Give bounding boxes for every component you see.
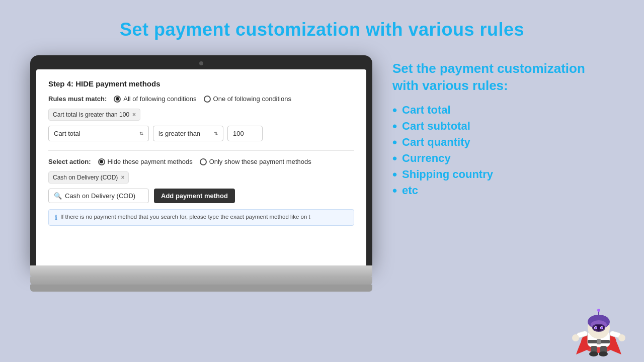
rules-match-label: Rules must match: (48, 95, 107, 103)
condition-operator-select[interactable]: is greater than ⇅ (153, 126, 223, 141)
right-panel: Set the payment customization with vario… (392, 55, 619, 200)
condition-field-arrow: ⇅ (139, 131, 143, 136)
cart-total-tag-close[interactable]: × (132, 111, 136, 118)
svg-point-21 (589, 351, 598, 356)
info-box: ℹ If there is no payment method that you… (48, 209, 354, 226)
radio-all-circle[interactable] (114, 96, 121, 103)
laptop-base (30, 265, 372, 277)
right-panel-title: Set the payment customization with vario… (392, 60, 619, 95)
svg-point-12 (601, 327, 603, 329)
radio-one-label: One of following conditions (213, 95, 291, 103)
radio-hide-label: Hide these payment methods (108, 158, 193, 165)
bullet-item-5: Shipping country (392, 168, 619, 181)
main-title: Set payment customization with various r… (0, 0, 644, 40)
radio-hide-circle[interactable] (98, 158, 105, 165)
condition-row: Cart total ⇅ is greater than ⇅ 100 (48, 126, 354, 141)
svg-point-17 (572, 334, 579, 341)
cart-total-tag: Cart total is greater than 100 × (48, 109, 140, 121)
svg-point-18 (618, 334, 625, 341)
radio-all-option[interactable]: All of following conditions (114, 95, 196, 103)
svg-point-22 (599, 351, 608, 356)
condition-operator-value: is greater than (158, 130, 200, 137)
radio-one-circle[interactable] (204, 96, 211, 103)
condition-number-input[interactable]: 100 (227, 126, 263, 141)
condition-operator-arrow: ⇅ (214, 131, 218, 136)
select-action-label: Select action: (48, 158, 91, 165)
radio-hide-option[interactable]: Hide these payment methods (98, 158, 193, 165)
bullet-item-1: Cart total (392, 104, 619, 117)
bullet-item-6: etc (392, 184, 619, 197)
radio-show-option[interactable]: Only show these payment methods (200, 158, 311, 165)
bullet-list: Cart total Cart subtotal Cart quantity C… (392, 104, 619, 197)
add-payment-method-button[interactable]: Add payment method (154, 189, 235, 203)
svg-point-14 (597, 309, 600, 312)
mascot-svg (569, 307, 629, 357)
search-input-value[interactable]: Cash on Delivery (COD) (65, 192, 135, 200)
payment-method-tag-close[interactable]: × (121, 174, 124, 181)
bullet-item-2: Cart subtotal (392, 120, 619, 133)
info-icon: ℹ (55, 214, 57, 221)
info-text: If there is no payment method that you s… (60, 214, 310, 220)
divider (48, 150, 354, 151)
condition-field-value: Cart total (54, 130, 80, 137)
payment-method-tag: Cash on Delivery (COD) × (48, 171, 129, 184)
search-add-row: 🔍 Cash on Delivery (COD) Add payment met… (48, 189, 354, 203)
content-area: Step 4: HIDE payment methods Rules must … (0, 55, 644, 292)
laptop-foot (30, 285, 372, 292)
radio-show-circle[interactable] (200, 158, 207, 165)
payment-method-tag-label: Cash on Delivery (COD) (53, 174, 118, 181)
bullet-item-4: Currency (392, 152, 619, 165)
step-title: Step 4: HIDE payment methods (48, 79, 354, 88)
search-icon: 🔍 (54, 192, 62, 200)
condition-field-select[interactable]: Cart total ⇅ (48, 126, 149, 141)
svg-point-11 (595, 327, 597, 329)
laptop-body: Step 4: HIDE payment methods Rules must … (30, 55, 372, 265)
laptop-screen: Step 4: HIDE payment methods Rules must … (36, 69, 366, 265)
radio-one-option[interactable]: One of following conditions (204, 95, 291, 103)
rules-match-row: Rules must match: All of following condi… (48, 95, 354, 103)
radio-all-label: All of following conditions (123, 95, 196, 103)
laptop-camera (199, 61, 203, 65)
laptop-wrapper: Step 4: HIDE payment methods Rules must … (30, 55, 372, 292)
mascot (569, 307, 629, 357)
condition-number-value: 100 (233, 130, 244, 137)
svg-rect-3 (597, 339, 601, 344)
action-row: Select action: Hide these payment method… (48, 158, 354, 165)
cart-total-tag-label: Cart total is greater than 100 (53, 111, 129, 118)
radio-show-label: Only show these payment methods (209, 158, 311, 165)
search-box[interactable]: 🔍 Cash on Delivery (COD) (48, 189, 149, 203)
bullet-item-3: Cart quantity (392, 136, 619, 149)
